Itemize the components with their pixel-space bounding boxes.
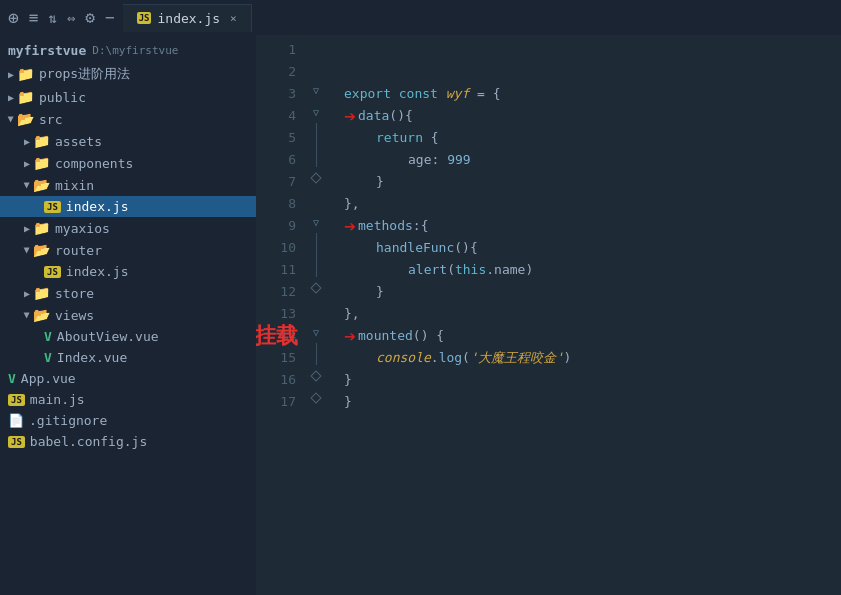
gutter-line-15	[304, 343, 328, 365]
align-icon[interactable]: ≡	[29, 8, 39, 27]
gutter-line-5	[304, 123, 328, 145]
code-line-16: }	[344, 369, 841, 391]
gutter-line-4[interactable]: ▽	[304, 101, 328, 123]
sidebar-item-myaxios[interactable]: ▶ 📁 myaxios	[0, 217, 256, 239]
sidebar-item-src[interactable]: ▶ 📂 src	[0, 108, 256, 130]
sidebar-label-babelconfig: babel.config.js	[30, 434, 147, 449]
sidebar-label-aboutview: AboutView.vue	[57, 329, 159, 344]
red-arrow-line9: ➔	[344, 215, 356, 237]
sidebar-label-myaxios: myaxios	[55, 221, 110, 236]
sidebar-label-src: src	[39, 112, 62, 127]
add-icon[interactable]: ⊕	[8, 7, 19, 28]
sidebar-label-components: components	[55, 156, 133, 171]
gutter-line-17	[304, 387, 328, 409]
main-area: myfirstvue D:\myfirstvue ▶ 📁 props进阶用法 ▶…	[0, 35, 841, 595]
sidebar-item-props[interactable]: ▶ 📁 props进阶用法	[0, 62, 256, 86]
sidebar-item-router-index[interactable]: JS index.js	[0, 261, 256, 282]
sidebar-label-mainjs: main.js	[30, 392, 85, 407]
code-line-4: ➔ data(){	[344, 105, 841, 127]
chevron-right-icon: ▶	[24, 288, 30, 299]
gutter-line-11	[304, 255, 328, 277]
sidebar-label-props: props进阶用法	[39, 65, 130, 83]
sidebar-item-appvue[interactable]: V App.vue	[0, 368, 256, 389]
code-content: export const wyf = { ➔ data(){ return { …	[328, 35, 841, 595]
code-line-8: },	[344, 193, 841, 215]
sort-icon[interactable]: ⇅	[48, 10, 56, 26]
sidebar-label-indexvue: Index.vue	[57, 350, 127, 365]
chevron-right-icon: ▶	[24, 223, 30, 234]
chevron-right-icon: ▶	[24, 136, 30, 147]
folder-icon: 📁	[33, 155, 50, 171]
sidebar-label-mixin-index: index.js	[66, 199, 129, 214]
code-line-3: export const wyf = {	[344, 83, 841, 105]
sidebar-item-aboutview[interactable]: V AboutView.vue	[0, 326, 256, 347]
vue-file-badge: V	[8, 371, 16, 386]
sidebar-label-router: router	[55, 243, 102, 258]
js-file-badge: JS	[8, 394, 25, 406]
folder-icon: 📁	[33, 220, 50, 236]
sidebar-item-public[interactable]: ▶ 📁 public	[0, 86, 256, 108]
folder-icon: 📁	[33, 133, 50, 149]
js-file-icon: JS	[137, 12, 152, 24]
code-line-12: }	[344, 281, 841, 303]
minimize-icon[interactable]: −	[105, 8, 115, 27]
sidebar-label-public: public	[39, 90, 86, 105]
gutter-line-13	[304, 299, 328, 321]
tab-close-button[interactable]: ×	[230, 12, 237, 25]
folder-open-icon: 📂	[33, 242, 50, 258]
gutter-line-7	[304, 167, 328, 189]
sidebar-label-gitignore: .gitignore	[29, 413, 107, 428]
sidebar-item-assets[interactable]: ▶ 📁 assets	[0, 130, 256, 152]
folder-icon: 📁	[17, 89, 34, 105]
sidebar-label-router-index: index.js	[66, 264, 129, 279]
title-bar: ⊕ ≡ ⇅ ⇔ ⚙ − JS index.js ×	[0, 0, 841, 35]
sidebar-item-mainjs[interactable]: JS main.js	[0, 389, 256, 410]
red-arrow-line4: ➔	[344, 105, 356, 127]
code-line-11: alert(this.name)	[344, 259, 841, 281]
sidebar-item-indexvue[interactable]: V Index.vue	[0, 347, 256, 368]
chevron-down-icon: ▶	[22, 312, 33, 318]
sidebar-item-mixin-index[interactable]: JS index.js	[0, 196, 256, 217]
sidebar-item-gitignore[interactable]: 📄 .gitignore	[0, 410, 256, 431]
split-icon[interactable]: ⇔	[67, 10, 75, 26]
code-line-5: return {	[344, 127, 841, 149]
gutter-line-16	[304, 365, 328, 387]
sidebar-label-store: store	[55, 286, 94, 301]
chevron-down-icon: ▶	[22, 182, 33, 188]
js-file-badge: JS	[44, 266, 61, 278]
line-numbers: 1 2 3 4 5 6 7 8 9 10 11 12 13 14 15 16 1…	[256, 35, 304, 595]
code-line-9: ➔ methods:{	[344, 215, 841, 237]
sidebar-item-mixin[interactable]: ▶ 📂 mixin	[0, 174, 256, 196]
sidebar-item-views[interactable]: ▶ 📂 views	[0, 304, 256, 326]
sidebar-label-appvue: App.vue	[21, 371, 76, 386]
editor: 1 2 3 4 5 6 7 8 9 10 11 12 13 14 15 16 1…	[256, 35, 841, 595]
gear-icon[interactable]: ⚙	[85, 8, 95, 27]
gutter-line-14[interactable]: ▽	[304, 321, 328, 343]
sidebar-item-babelconfig[interactable]: JS babel.config.js	[0, 431, 256, 452]
vue-file-badge: V	[44, 350, 52, 365]
chevron-right-icon: ▶	[8, 92, 14, 103]
editor-tab[interactable]: JS index.js ×	[123, 4, 252, 32]
tab-label: index.js	[157, 11, 220, 26]
code-line-15: console.log('大魔王程咬金')	[344, 347, 841, 369]
sidebar-item-store[interactable]: ▶ 📁 store	[0, 282, 256, 304]
sidebar-item-router[interactable]: ▶ 📂 router	[0, 239, 256, 261]
gutter-line-12	[304, 277, 328, 299]
folder-open-icon: 📂	[33, 177, 50, 193]
code-line-17: }	[344, 391, 841, 413]
sidebar-label-assets: assets	[55, 134, 102, 149]
sidebar-item-components[interactable]: ▶ 📁 components	[0, 152, 256, 174]
code-line-2	[344, 61, 841, 83]
sidebar-root-label: myfirstvue D:\myfirstvue	[0, 39, 256, 62]
chevron-down-icon: ▶	[22, 247, 33, 253]
code-line-1	[344, 39, 841, 61]
red-arrow-line14: ➔	[344, 325, 356, 347]
gutter-line-3[interactable]: ▽	[304, 79, 328, 101]
folder-open-icon: 📂	[17, 111, 34, 127]
gutter-line-8	[304, 189, 328, 211]
file-icon: 📄	[8, 413, 24, 428]
gutter-line-9[interactable]: ▽	[304, 211, 328, 233]
project-path: D:\myfirstvue	[92, 44, 178, 57]
sidebar-label-mixin: mixin	[55, 178, 94, 193]
sidebar-label-views: views	[55, 308, 94, 323]
